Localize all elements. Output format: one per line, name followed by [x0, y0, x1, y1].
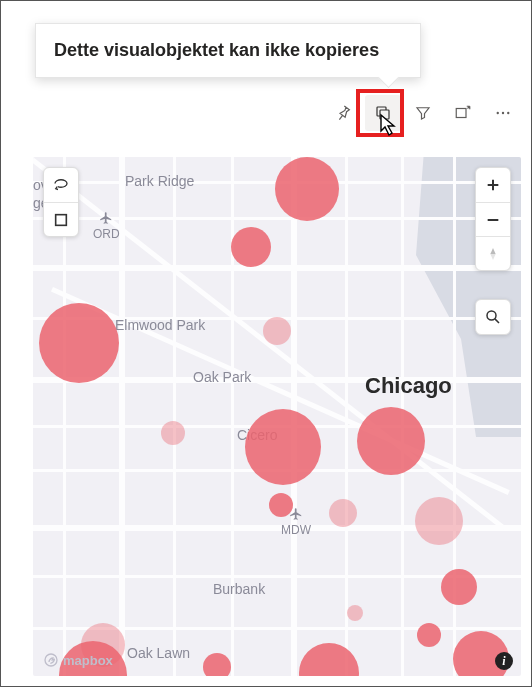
data-bubble[interactable]: [231, 227, 271, 267]
tooltip-text: Dette visualobjektet kan ikke kopieres: [54, 40, 379, 60]
lasso-icon: [52, 176, 70, 194]
data-bubble[interactable]: [329, 499, 357, 527]
visual-toolbar: [325, 95, 521, 131]
map-label: Burbank: [213, 581, 265, 597]
minus-icon: [485, 212, 501, 228]
map-label-city: Chicago: [365, 373, 452, 399]
svg-point-2: [497, 112, 499, 114]
focus-icon: [454, 104, 472, 122]
svg-point-7: [45, 654, 57, 666]
data-bubble[interactable]: [299, 643, 359, 676]
attribution-text: mapbox: [63, 653, 113, 668]
more-icon: [494, 104, 512, 122]
map-search-control: [475, 299, 511, 335]
rect-icon: [53, 212, 69, 228]
airport-code: MDW: [281, 523, 311, 537]
map-label: Park Ridge: [125, 173, 194, 189]
compass-icon: [485, 246, 501, 262]
plane-icon: [99, 211, 113, 225]
data-bubble[interactable]: [415, 497, 463, 545]
data-bubble[interactable]: [357, 407, 425, 475]
focus-mode-button[interactable]: [445, 95, 481, 131]
lasso-select-button[interactable]: [44, 168, 78, 202]
svg-point-4: [507, 112, 509, 114]
map-label: Oak Park: [193, 369, 251, 385]
zoom-in-button[interactable]: [476, 168, 510, 202]
svg-point-3: [502, 112, 504, 114]
map-label: Oak Lawn: [127, 645, 190, 661]
tooltip: Dette visualobjektet kan ikke kopieres: [35, 23, 421, 78]
airport-ord: ORD: [93, 211, 120, 241]
road: [173, 157, 176, 676]
copy-icon: [374, 104, 392, 122]
data-bubble[interactable]: [39, 303, 119, 383]
svg-point-6: [487, 311, 496, 320]
map-info-button[interactable]: i: [495, 652, 513, 670]
data-bubble[interactable]: [269, 493, 293, 517]
zoom-out-button[interactable]: [476, 202, 510, 236]
map-label: Elmwood Park: [115, 317, 205, 333]
reset-north-button[interactable]: [476, 236, 510, 270]
copy-button[interactable]: [365, 95, 401, 131]
data-bubble[interactable]: [203, 653, 231, 676]
airport-code: ORD: [93, 227, 120, 241]
road: [33, 265, 521, 271]
pin-icon: [334, 104, 352, 122]
rect-select-button[interactable]: [44, 202, 78, 236]
data-bubble[interactable]: [441, 569, 477, 605]
map-select-controls: [43, 167, 79, 237]
map-zoom-controls: [475, 167, 511, 271]
more-options-button[interactable]: [485, 95, 521, 131]
data-bubble[interactable]: [275, 157, 339, 221]
plus-icon: [485, 177, 501, 193]
map-visual[interactable]: ove ge Park Ridge Elmwood Park Oak Park …: [33, 157, 521, 676]
search-icon: [484, 308, 502, 326]
map-search-button[interactable]: [476, 300, 510, 334]
data-bubble[interactable]: [245, 409, 321, 485]
data-bubble[interactable]: [263, 317, 291, 345]
map-attribution[interactable]: mapbox: [43, 652, 113, 668]
data-bubble[interactable]: [347, 605, 363, 621]
data-bubble[interactable]: [417, 623, 441, 647]
filter-button[interactable]: [405, 95, 441, 131]
mapbox-logo-icon: [43, 652, 59, 668]
filter-icon: [414, 104, 432, 122]
svg-rect-0: [380, 110, 389, 119]
svg-rect-1: [456, 109, 466, 118]
data-bubble[interactable]: [161, 421, 185, 445]
svg-rect-5: [56, 214, 67, 225]
pin-button[interactable]: [325, 95, 361, 131]
